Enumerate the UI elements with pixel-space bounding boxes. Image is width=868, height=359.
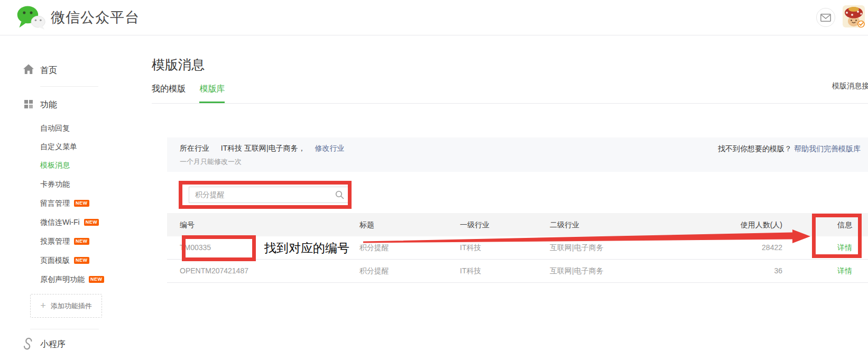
new-badge: NEW: [74, 200, 89, 207]
cell-industry-l1: IT科技: [460, 236, 550, 259]
template-message-api-link[interactable]: 模版消息接口: [832, 81, 868, 91]
cell-users: 28422: [708, 236, 793, 259]
brand-title: 微信公众平台: [51, 0, 140, 35]
mail-button[interactable]: [816, 8, 835, 27]
industry-note: 一个月只能修改一次: [180, 157, 868, 167]
tab-my-templates[interactable]: 我的模版: [152, 78, 186, 102]
sidebar-item-label: 自动回复: [40, 124, 70, 132]
sidebar-item-page-template[interactable]: 页面模版NEW: [40, 254, 89, 266]
new-badge: NEW: [84, 219, 99, 226]
plus-icon: +: [40, 300, 46, 311]
sidebar-item-label: 页面模版: [40, 256, 70, 264]
add-plugin-label: 添加功能插件: [51, 301, 92, 311]
improve-library-link[interactable]: 帮助我们完善模版库: [794, 144, 861, 153]
main-content: 模版消息 我的模版 模版库 模版消息接口 所在行业 IT科技 互联网|电子商务，…: [152, 35, 868, 359]
new-badge: NEW: [74, 238, 89, 245]
sidebar-item-label: 投票管理: [40, 237, 70, 245]
home-icon: [23, 64, 34, 75]
miniprogram-label[interactable]: 小程序: [40, 338, 66, 351]
help-block: 找不到你想要的模版？ 帮助我们完善模版库: [718, 144, 861, 154]
sidebar-item-custom-menu[interactable]: 自定义菜单: [40, 141, 77, 152]
sidebar: 首页 功能 自动回复 自定义菜单 模板消息 卡券功能 留言管理NEW 微信连Wi…: [0, 35, 148, 359]
cell-industry-l2: 互联网|电子商务: [550, 260, 708, 282]
details-link[interactable]: 详情: [837, 243, 852, 252]
sidebar-item-original-statement[interactable]: 原创声明功能NEW: [40, 273, 104, 285]
sidebar-item-message-management[interactable]: 留言管理NEW: [40, 197, 89, 209]
wechat-logo-icon: [16, 5, 47, 30]
col-header-users: 使用人数(人): [708, 213, 793, 236]
cell-template-id: TM00335: [167, 236, 359, 259]
miniprogram-icon: [21, 337, 34, 350]
wechat-mp-screen: 微信公众平台: [0, 0, 868, 359]
top-bar: 微信公众平台: [0, 0, 868, 35]
col-header-industry-l1: 一级行业: [460, 213, 550, 236]
tab-template-library[interactable]: 模版库: [199, 78, 225, 103]
sidebar-item-label: 留言管理: [40, 199, 70, 207]
avatar[interactable]: [843, 5, 865, 27]
industry-label: 所在行业: [180, 144, 209, 152]
new-badge: NEW: [89, 276, 104, 283]
tab-bar: 我的模版 模版库: [152, 78, 868, 104]
sidebar-item-voting[interactable]: 投票管理NEW: [40, 235, 89, 247]
cell-industry-l1: IT科技: [460, 260, 550, 282]
new-badge: NEW: [74, 257, 89, 264]
help-question: 找不到你想要的模版？: [718, 144, 792, 153]
cell-users: 36: [708, 260, 793, 282]
table-row: OPENTM207421487 积分提醒 IT科技 互联网|电子商务 36 详情: [167, 260, 868, 283]
template-table: 编号 标题 一级行业 二级行业 使用人数(人) 信息 TM00335 积分提醒 …: [167, 213, 868, 283]
sidebar-item-card-coupon[interactable]: 卡券功能: [40, 178, 70, 190]
sidebar-item-label: 自定义菜单: [40, 142, 77, 151]
cell-industry-l2: 互联网|电子商务: [550, 236, 708, 259]
sidebar-item-auto-reply[interactable]: 自动回复: [40, 122, 70, 134]
edit-industry-link[interactable]: 修改行业: [315, 144, 345, 152]
sidebar-item-label: 卡券功能: [40, 180, 70, 188]
sidebar-divider: [40, 86, 98, 87]
col-header-id: 编号: [167, 213, 359, 236]
page-title: 模版消息: [152, 56, 205, 73]
search-icon[interactable]: [335, 190, 344, 199]
sidebar-section-label[interactable]: 功能: [40, 98, 57, 111]
sidebar-item-label: 模板消息: [40, 161, 70, 169]
col-header-title: 标题: [359, 213, 460, 236]
industry-bar: 所在行业 IT科技 互联网|电子商务， 修改行业 一个月只能修改一次 找不到你想…: [167, 137, 868, 172]
cell-template-title: 积分提醒: [359, 236, 460, 259]
sidebar-divider: [30, 329, 99, 329]
grid-icon: [24, 100, 33, 108]
col-header-industry-l2: 二级行业: [550, 213, 708, 236]
add-plugin-button[interactable]: + 添加功能插件: [30, 294, 102, 318]
table-row: TM00335 积分提醒 IT科技 互联网|电子商务 28422 详情: [167, 236, 868, 260]
sidebar-home-label[interactable]: 首页: [40, 64, 57, 77]
table-header-row: 编号 标题 一级行业 二级行业 使用人数(人) 信息: [167, 213, 868, 236]
sidebar-item-template-message[interactable]: 模板消息: [40, 159, 70, 171]
sidebar-item-label: 原创声明功能: [40, 275, 85, 283]
sidebar-item-label: 微信连Wi-Fi: [40, 218, 80, 226]
mail-icon: [820, 14, 831, 22]
details-link[interactable]: 详情: [837, 266, 852, 275]
search-input[interactable]: [189, 187, 348, 203]
sidebar-item-wifi[interactable]: 微信连Wi-FiNEW: [40, 216, 99, 228]
cell-template-id: OPENTM207421487: [167, 260, 359, 282]
industry-value: IT科技 互联网|电子商务，: [221, 144, 306, 152]
cell-template-title: 积分提醒: [359, 260, 460, 282]
col-header-info: 信息: [793, 213, 868, 236]
